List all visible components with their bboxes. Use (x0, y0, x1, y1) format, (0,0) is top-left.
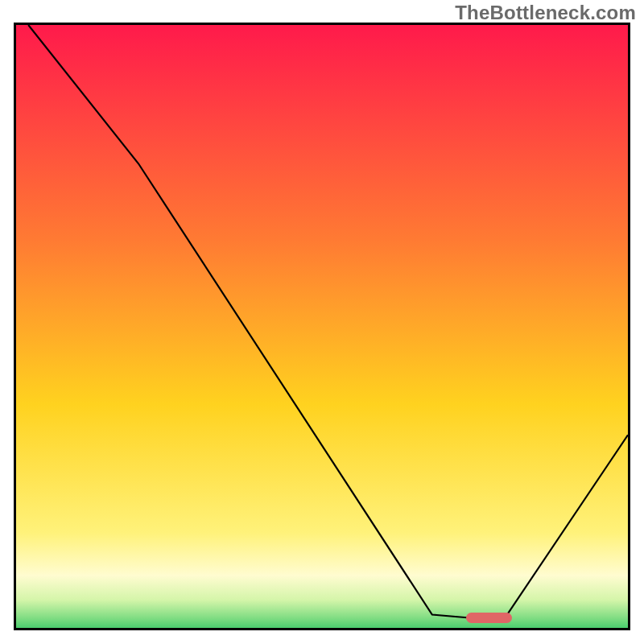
bottleneck-curve (28, 25, 628, 619)
optimal-range-marker (466, 613, 512, 623)
chart-plot-area (14, 23, 630, 630)
chart-line-layer (16, 25, 628, 628)
watermark-text: TheBottleneck.com (455, 2, 636, 24)
